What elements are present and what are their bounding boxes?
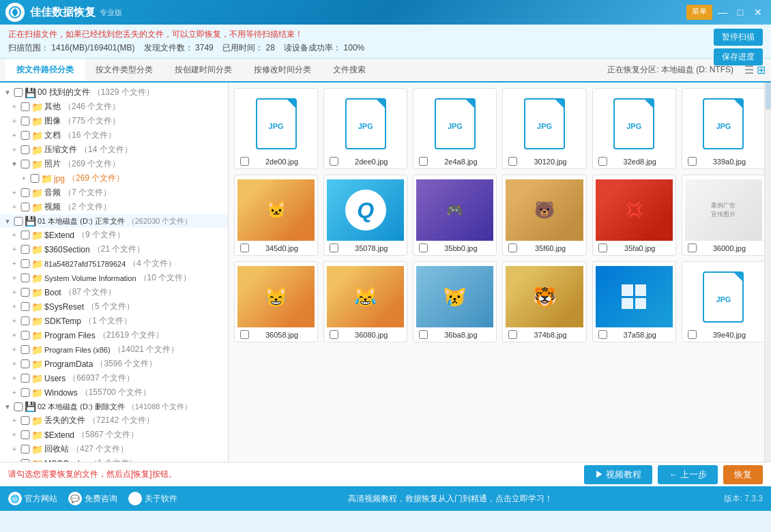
file-checkbox[interactable] <box>419 157 428 166</box>
file-item[interactable]: JPG 2de00.jpg <box>234 88 318 169</box>
file-item[interactable]: 🐱 345d0.jpg <box>234 175 318 256</box>
file-item[interactable]: 37a58.jpg <box>592 261 676 342</box>
tab-modify-time[interactable]: 按修改时间分类 <box>243 59 322 83</box>
official-website-link[interactable]: 🌐 官方网站 <box>8 492 57 505</box>
file-checkbox[interactable] <box>598 157 607 166</box>
tree-node-other[interactable]: + 📁 其他 （246 个文件） <box>0 100 228 114</box>
tree-node-sysvolinfo[interactable]: + 📁 System Volume Information （10 个文件） <box>0 271 228 285</box>
tree-toggle-icon[interactable]: + <box>10 289 19 296</box>
menu-button[interactable]: 菜单 <box>686 5 712 20</box>
close-button[interactable]: ✕ <box>751 5 766 20</box>
file-checkbox[interactable] <box>598 330 607 339</box>
file-checkbox[interactable] <box>598 243 607 252</box>
file-item[interactable]: Q 35078.jpg <box>323 175 407 256</box>
tree-node-image[interactable]: + 📁 图像 （775 个文件） <box>0 114 228 128</box>
tree-node-audio[interactable]: + 📁 音频 （7 个文件） <box>0 186 228 200</box>
tree-checkbox[interactable] <box>20 188 30 197</box>
file-item[interactable]: JPG 339a0.jpg <box>682 88 766 169</box>
file-item[interactable]: 🐻 35f60.jpg <box>502 175 586 256</box>
file-checkbox[interactable] <box>240 157 249 166</box>
tree-toggle-icon[interactable]: ▼ <box>3 89 12 96</box>
tree-checkbox[interactable] <box>20 445 30 454</box>
tree-checkbox[interactable] <box>14 217 23 226</box>
tree-checkbox[interactable] <box>20 117 30 125</box>
tree-node-extend2[interactable]: + 📁 $Extend （5867 个文件） <box>0 428 228 442</box>
tree-checkbox[interactable] <box>20 131 30 140</box>
tree-checkbox[interactable] <box>20 459 30 462</box>
tree-toggle-icon[interactable]: + <box>10 346 19 353</box>
recover-button[interactable]: 恢复 <box>723 465 763 484</box>
tree-node-disk02[interactable]: ▼ 💾 02 本地磁盘 (D:) 删除文件 （141088 个文件） <box>0 400 228 413</box>
file-item[interactable]: 💢 35fa0.jpg <box>592 175 676 256</box>
tree-node-boot[interactable]: + 📁 Boot （87 个文件） <box>0 285 228 299</box>
file-checkbox[interactable] <box>330 243 338 252</box>
tree-node-archive[interactable]: + 📁 压缩文件 （14 个文件） <box>0 143 228 157</box>
tree-node-doc[interactable]: + 📁 文档 （16 个文件） <box>0 128 228 143</box>
file-item[interactable]: 🎮 35bb0.jpg <box>413 175 497 256</box>
tree-toggle-icon[interactable]: + <box>10 260 19 267</box>
tree-node-360section[interactable]: + 📁 $360Section （21 个文件） <box>0 242 228 256</box>
tree-checkbox[interactable] <box>20 302 30 311</box>
tree-node-lost-files[interactable]: + 📁 丢失的文件 （72142 个文件） <box>0 413 228 428</box>
file-item[interactable]: JPG 2dee0.jpg <box>323 88 407 169</box>
tree-node-found-files[interactable]: ▼ 💾 00 找到的文件 （1329 个文件） <box>0 85 228 100</box>
tree-toggle-icon[interactable]: + <box>10 146 19 153</box>
tree-checkbox[interactable] <box>20 145 30 154</box>
tab-path[interactable]: 按文件路径分类 <box>5 59 85 83</box>
tree-toggle-icon[interactable]: ▼ <box>3 403 12 411</box>
tree-toggle-icon[interactable]: + <box>10 303 19 310</box>
tree-toggle-icon[interactable]: + <box>10 117 19 125</box>
tree-toggle-icon[interactable]: ▼ <box>3 218 12 225</box>
tree-checkbox[interactable] <box>20 231 30 239</box>
file-item[interactable]: JPG 2e4a8.jpg <box>413 88 497 169</box>
file-checkbox[interactable] <box>419 243 428 252</box>
tree-toggle-icon[interactable]: + <box>19 175 29 182</box>
file-item[interactable]: 🐯 374b8.jpg <box>502 261 586 342</box>
tree-checkbox[interactable] <box>20 245 30 254</box>
tree-checkbox[interactable] <box>20 203 30 211</box>
video-tutorial-button[interactable]: ▶ 视频教程 <box>584 465 653 484</box>
about-link[interactable]: ℹ 关于软件 <box>128 492 177 505</box>
tree-toggle-icon[interactable]: + <box>10 445 19 453</box>
scrollbar-thumb[interactable] <box>766 83 771 110</box>
file-checkbox[interactable] <box>688 157 697 166</box>
tree-checkbox[interactable] <box>20 345 30 354</box>
pause-scan-button[interactable]: 暂停扫描 <box>714 29 763 46</box>
file-checkbox[interactable] <box>240 330 249 339</box>
file-checkbox[interactable] <box>508 157 517 166</box>
tree-node-sysreset[interactable]: + 📁 $SysReset （5 个文件） <box>0 299 228 314</box>
file-checkbox[interactable] <box>688 243 697 252</box>
scrollbar-track[interactable] <box>764 83 771 462</box>
tree-node-programfiles1[interactable]: + 📁 Program Files （21619 个文件） <box>0 328 228 342</box>
tree-node-msocache[interactable]: + 📁 MSOCache （1 个文件） <box>0 456 228 462</box>
file-checkbox[interactable] <box>419 330 428 339</box>
tree-toggle-icon[interactable]: + <box>10 246 19 253</box>
tree-node-recycle[interactable]: + 📁 回收站 （427 个文件） <box>0 442 228 456</box>
file-item[interactable]: JPG 39e40.jpg <box>682 261 766 342</box>
tree-toggle-icon[interactable]: + <box>10 274 19 282</box>
tree-checkbox[interactable] <box>20 331 30 340</box>
tree-node-jpg[interactable]: + 📁 jpg （269 个文件） <box>0 171 228 186</box>
tree-checkbox[interactable] <box>20 316 30 325</box>
file-item[interactable]: 案例广告宣传图片 36000.jpg <box>682 175 766 256</box>
file-checkbox[interactable] <box>508 330 517 339</box>
tree-node-video[interactable]: + 📁 视频 （2 个文件） <box>0 200 228 214</box>
minimize-button[interactable]: — <box>715 5 730 20</box>
tree-toggle-icon[interactable]: + <box>10 389 19 396</box>
tree-node-extend1[interactable]: + 📁 $Extend （9 个文件） <box>0 228 228 242</box>
tree-toggle-icon[interactable]: + <box>10 203 19 211</box>
tree-toggle-icon[interactable]: + <box>10 317 19 325</box>
tree-checkbox[interactable] <box>20 160 30 168</box>
tree-toggle-icon[interactable]: + <box>10 460 19 462</box>
file-item[interactable]: 😹 36080.jpg <box>323 261 407 342</box>
tab-type[interactable]: 按文件类型分类 <box>85 59 164 83</box>
tree-toggle-icon[interactable]: ▼ <box>10 160 19 168</box>
tree-checkbox[interactable] <box>20 388 30 397</box>
tree-checkbox[interactable] <box>20 359 30 368</box>
tree-node-windows[interactable]: + 📁 Windows （155700 个文件） <box>0 385 228 400</box>
tree-toggle-icon[interactable]: + <box>10 417 19 424</box>
tree-toggle-icon[interactable]: + <box>10 189 19 196</box>
tree-checkbox[interactable] <box>30 174 40 183</box>
tree-toggle-icon[interactable]: + <box>10 103 19 110</box>
tree-node-photos[interactable]: ▼ 📁 照片 （269 个文件） <box>0 157 228 171</box>
